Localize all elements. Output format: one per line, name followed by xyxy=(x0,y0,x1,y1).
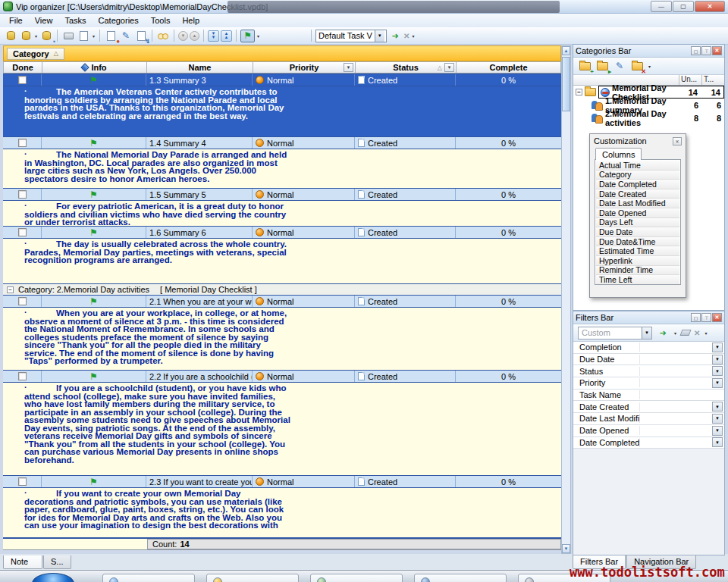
task-description[interactable]: · The American Veterans Center actively … xyxy=(3,86,561,137)
tab-columns[interactable]: Columns xyxy=(595,148,642,160)
column-header-done[interactable]: Done xyxy=(4,61,42,74)
filter-dropdown-icon[interactable]: ▼ xyxy=(712,437,723,447)
menu-file[interactable]: File xyxy=(3,14,29,27)
task-row[interactable]: ⚑ 2.2 If you are a schoolchild (student)… xyxy=(3,370,561,383)
delete-filter-icon[interactable]: ✕ xyxy=(694,329,700,337)
list-item[interactable]: Hyperlink xyxy=(596,256,679,266)
apply-view-icon[interactable]: ➜ xyxy=(388,29,402,42)
task-description[interactable]: · The National Memorial Day Parade is ar… xyxy=(3,149,561,189)
list-item[interactable]: Reminder Time xyxy=(596,266,679,276)
start-button[interactable] xyxy=(32,573,74,582)
task-row[interactable]: ⚑ 1.6 Summary 6 Normal Created 0 % xyxy=(3,226,561,239)
new-category-icon[interactable]: + xyxy=(578,59,592,73)
task-description[interactable]: · For every patriotic American, it is a … xyxy=(3,201,561,227)
scrollbar-thumb[interactable] xyxy=(562,57,570,111)
panel-close-button[interactable]: ✕ xyxy=(712,46,722,55)
list-item[interactable]: Time Left xyxy=(596,275,679,285)
taskbar-app-button[interactable] xyxy=(310,574,403,582)
status-filter-dropdown-icon[interactable]: ▼ xyxy=(444,63,454,72)
taskbar-app-button[interactable] xyxy=(414,574,507,582)
task-row[interactable]: ⚑ 1.5 Summary 5 Normal Created 0 % xyxy=(3,188,561,201)
column-header-priority[interactable]: Priority ▼ xyxy=(253,61,356,74)
list-item[interactable]: Actual Time xyxy=(596,161,679,171)
view-notes-icon[interactable] xyxy=(156,29,170,42)
priority-filter-dropdown-icon[interactable]: ▼ xyxy=(344,63,353,72)
column-total[interactable]: T... xyxy=(701,75,724,85)
save-file-icon[interactable]: ▪ xyxy=(39,29,53,42)
taskbar-app-button[interactable] xyxy=(102,574,195,582)
panel-close-button[interactable]: ✕ xyxy=(712,313,722,322)
scroll-down-icon[interactable]: ▼ xyxy=(562,544,570,553)
list-item[interactable]: Date Completed xyxy=(596,180,679,189)
add-subcategory-icon[interactable]: ▸ xyxy=(595,59,609,73)
vertical-scrollbar[interactable]: ▲ ▼ xyxy=(561,45,571,554)
filter-dropdown-icon[interactable]: ▼ xyxy=(712,402,723,411)
collapse-icon[interactable]: − xyxy=(7,286,14,293)
list-item[interactable]: Due Date xyxy=(596,227,679,237)
column-unread[interactable]: Un... xyxy=(679,75,701,85)
menu-tasks[interactable]: Tasks xyxy=(58,14,92,27)
column-header-complete[interactable]: Complete xyxy=(457,61,561,74)
dialog-close-icon[interactable]: ✕ xyxy=(673,137,682,146)
category-group-row[interactable]: − Category: 2.Memorial Day activities [ … xyxy=(3,284,561,296)
delete-category-icon[interactable]: ✕ xyxy=(630,59,644,73)
filter-dropdown-icon[interactable]: ▼ xyxy=(712,414,723,424)
filter-dropdown-icon[interactable]: ▼ xyxy=(712,366,723,376)
filters-toolbar-dropdown-icon[interactable]: ▾ xyxy=(704,330,708,336)
filter-dropdown-icon[interactable]: ▼ xyxy=(712,426,723,436)
scroll-up-icon[interactable]: ▲ xyxy=(562,46,570,55)
menu-view[interactable]: View xyxy=(29,14,59,27)
panel-pin-button[interactable]: ⊤ xyxy=(701,313,711,322)
task-description[interactable]: · When you are at your workplace, in col… xyxy=(3,308,561,371)
flag-view-button[interactable]: ⚑ xyxy=(240,30,255,42)
done-checkbox[interactable] xyxy=(18,190,27,199)
customization-caption[interactable]: Customization ✕ xyxy=(590,134,686,148)
task-row[interactable]: ⚑ 2.1 When you are at your workplace, No… xyxy=(3,295,561,308)
tree-node[interactable]: 2.Memorial Day activities 8 8 xyxy=(573,111,724,124)
done-checkbox[interactable] xyxy=(18,228,27,236)
done-checkbox[interactable] xyxy=(18,372,27,380)
task-description[interactable]: · If you want to create your own Memoria… xyxy=(3,488,561,538)
list-item[interactable]: Date Opened xyxy=(596,208,679,218)
expand-all-icon[interactable]: ▼▼ xyxy=(208,30,219,42)
task-description[interactable]: · The day is usually celebrated across t… xyxy=(3,239,561,284)
done-checkbox[interactable] xyxy=(18,76,27,84)
panel-restore-button[interactable]: ▢ xyxy=(691,313,701,322)
open-file-icon[interactable] xyxy=(19,29,33,42)
open-file-dropdown-icon[interactable]: ▾ xyxy=(34,33,38,39)
filter-dropdown-icon[interactable]: ▼ xyxy=(712,355,723,365)
tab-note[interactable]: Note xyxy=(3,555,42,569)
tree-collapse-icon[interactable]: − xyxy=(576,89,582,95)
apply-filter-icon[interactable]: ➜ xyxy=(656,326,670,340)
apply-filter-dropdown-icon[interactable]: ▾ xyxy=(673,330,677,336)
edit-category-icon[interactable]: ✎ xyxy=(613,59,626,73)
group-by-category-button[interactable]: Category △ xyxy=(7,48,64,60)
edit-task-icon[interactable]: ✎ xyxy=(119,29,133,42)
print-dropdown-icon[interactable]: ▾ xyxy=(92,33,96,39)
menu-tools[interactable]: Tools xyxy=(145,14,177,27)
new-task-icon[interactable]: ● xyxy=(104,29,118,42)
list-item[interactable]: Date Created xyxy=(596,189,679,199)
print-preview-icon[interactable] xyxy=(77,29,90,42)
print-icon[interactable] xyxy=(61,29,75,42)
column-header-name[interactable]: Name xyxy=(147,61,253,74)
collapse-all-icon[interactable]: ▲▲ xyxy=(221,30,232,42)
done-checkbox[interactable] xyxy=(18,477,27,486)
panel-pin-button[interactable]: ⊤ xyxy=(701,46,711,55)
taskbar-app-button[interactable] xyxy=(206,574,299,582)
task-row[interactable]: ⚑ 1.3 Summary 3 Normal Created 0 % xyxy=(3,74,561,86)
tab-s[interactable]: S... xyxy=(43,555,71,569)
flag-view-dropdown-icon[interactable]: ▾ xyxy=(256,33,260,39)
done-checkbox[interactable] xyxy=(18,139,27,147)
new-file-icon[interactable] xyxy=(4,29,17,42)
filter-dropdown-icon[interactable]: ▼ xyxy=(712,343,723,352)
minimize-button[interactable]: — xyxy=(651,1,672,12)
task-row[interactable]: ⚑ 2.3 If you want to create your own Nor… xyxy=(3,475,561,488)
column-header-info[interactable]: Info xyxy=(42,61,147,74)
categories-toolbar-dropdown-icon[interactable]: ▾ xyxy=(648,64,651,69)
task-view-combobox[interactable]: Default Task V▼ xyxy=(315,30,387,42)
filter-dropdown-icon[interactable]: ▼ xyxy=(712,378,723,388)
delete-view-icon[interactable]: ✕ xyxy=(403,32,410,40)
list-item[interactable]: Category xyxy=(596,171,679,180)
close-button[interactable]: ✕ xyxy=(695,1,725,12)
